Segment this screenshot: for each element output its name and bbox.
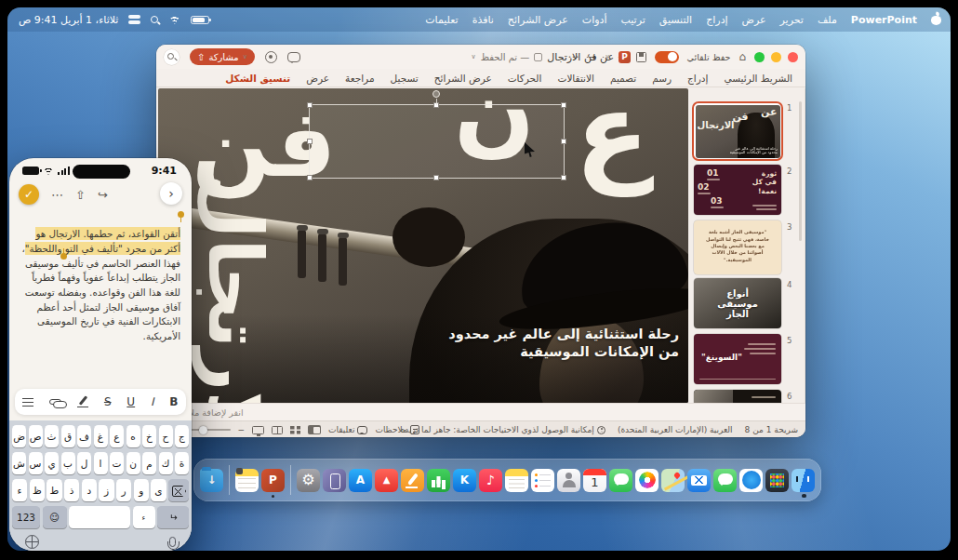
search-icon[interactable] <box>164 49 180 65</box>
resize-handle[interactable] <box>307 175 313 180</box>
resize-handle[interactable] <box>561 175 566 180</box>
selected-textbox[interactable] <box>309 104 565 179</box>
minimized-notes-window[interactable] <box>235 469 259 492</box>
keyboard-key[interactable]: ط <box>47 479 61 501</box>
menu-item[interactable]: تحرير <box>780 14 804 26</box>
resize-handle[interactable] <box>307 139 313 144</box>
pages-app[interactable] <box>401 469 424 492</box>
keyboard-key[interactable]: ج <box>175 425 189 447</box>
keyboard-key[interactable]: ك <box>159 452 173 474</box>
menu-item[interactable]: إدراج <box>706 14 727 26</box>
ribbon-tab[interactable]: عرض الشرائح <box>434 73 492 84</box>
ribbon-tab[interactable]: تصميم <box>610 73 636 84</box>
done-check-button[interactable]: ✓ <box>19 184 39 205</box>
dictation-mic-key[interactable] <box>169 537 176 547</box>
ribbon-tab[interactable]: إدراج <box>687 73 708 84</box>
keyboard-key[interactable]: ن <box>126 452 140 474</box>
thumbnail-slide-3[interactable]: "موسيقى الجاز أشبه بلغة خاصة، فهي تتيح ل… <box>694 220 781 274</box>
keyboard-key[interactable]: ي <box>45 452 59 474</box>
menu-item[interactable]: عرض الشرائح <box>508 14 568 26</box>
powerpoint-app[interactable]: P <box>261 469 285 492</box>
normal-view-icon-selected[interactable] <box>308 425 321 434</box>
keyboard-key[interactable]: ل <box>77 452 91 474</box>
thumbnail-slide-4[interactable]: أنواعموسيقىالجاز <box>694 278 781 328</box>
ribbon-tab[interactable]: الانتقالات <box>558 73 594 84</box>
slide-caption[interactable]: رحلة استثنائية إلى عالم غير محدود من الإ… <box>409 326 679 361</box>
home-icon[interactable]: ⌂ <box>738 51 746 62</box>
reminders-app[interactable] <box>531 469 554 492</box>
list-icon[interactable] <box>22 398 33 407</box>
underline-button[interactable]: U <box>126 395 135 408</box>
ribbon-tab[interactable]: عرض <box>306 73 329 84</box>
slide-title-letters-rotated[interactable]: الارتجال <box>197 174 272 403</box>
keyboard-key[interactable]: د <box>82 479 97 501</box>
spotlight-icon[interactable] <box>151 16 158 23</box>
menu-item[interactable]: التنسيق <box>659 14 692 26</box>
menu-item[interactable]: نافذة <box>472 14 494 26</box>
keyboard-key[interactable]: ذ <box>64 479 79 501</box>
title-chevron-icon[interactable]: ∨ <box>472 53 476 60</box>
link-icon[interactable] <box>49 399 61 405</box>
safari-app[interactable] <box>739 469 763 492</box>
menu-item[interactable]: تعليمات <box>425 14 458 26</box>
ribbon-tab[interactable]: الشريط الرئيسي <box>724 73 792 84</box>
keyboard-key[interactable]: ء <box>12 479 27 501</box>
comments-toggle[interactable]: تعليقات <box>328 425 367 434</box>
note-paragraph[interactable]: أتقن القواعد، ثم حطمها. الارتجال هو أكثر… <box>19 227 180 343</box>
control-center-icon[interactable] <box>128 15 140 24</box>
rocket-app[interactable]: ▲ <box>375 469 398 492</box>
keyboard-key[interactable]: ق <box>61 425 75 447</box>
language-indicator[interactable]: العربية (الإمارات العربية المتحدة) <box>618 425 733 434</box>
keyboard-key[interactable]: ح <box>159 425 173 447</box>
keyboard-key[interactable]: ر <box>116 479 131 501</box>
keyboard-key[interactable]: ى <box>151 479 166 501</box>
reading-view-icon[interactable] <box>272 426 283 434</box>
keyboard-key[interactable]: ب <box>61 452 75 474</box>
messages-app[interactable] <box>713 469 737 492</box>
thumbnail-slide-1-selected[interactable]: عن فن الارتجال رحلة استثنائية إلى عالم غ… <box>692 101 783 161</box>
thumbnail-slide-2[interactable]: ثورةفي كلنغمة! 01 02 03 <box>694 165 781 215</box>
redo-icon[interactable]: ↪ <box>98 188 108 202</box>
camera-record-icon[interactable] <box>265 51 277 63</box>
space-key[interactable] <box>69 506 130 528</box>
share-button[interactable]: ∨ مشاركة ⇧ <box>190 48 255 65</box>
rotate-handle[interactable] <box>432 90 440 98</box>
maps-app[interactable] <box>661 469 685 492</box>
keyboard-key[interactable]: ز <box>99 479 113 501</box>
keyboard-key[interactable]: س <box>29 452 43 474</box>
menu-item[interactable]: عرض <box>742 14 766 26</box>
save-icon[interactable] <box>636 52 646 62</box>
forward-button[interactable]: › <box>160 182 182 205</box>
accessibility-status[interactable]: إمكانية الوصول لذوي الاحتياجات الخاصة: ج… <box>401 425 605 434</box>
battery-icon[interactable] <box>191 16 209 24</box>
numbers-key[interactable]: 123 <box>12 506 40 528</box>
paragraph-rest[interactable]: ، فهذا العنصر الحاسم في تأليف موسيقى الج… <box>21 243 180 341</box>
globe-key[interactable] <box>25 535 39 549</box>
keyboard-key[interactable]: ع <box>110 425 124 447</box>
app-store-app[interactable]: A <box>349 469 372 492</box>
resize-handle[interactable] <box>561 102 566 108</box>
notes-area[interactable]: انقر لإضافة ملاحظات <box>156 403 805 420</box>
keyboard-key[interactable]: م <box>142 452 156 474</box>
highlighter-icon[interactable] <box>77 396 88 407</box>
menu-item[interactable]: ترتيب <box>620 14 645 26</box>
apple-menu-icon[interactable] <box>931 14 941 25</box>
close-window-button[interactable] <box>788 52 798 62</box>
menu-app-name[interactable]: PowerPoint <box>851 14 917 26</box>
iphone-mirroring-app[interactable] <box>323 469 346 492</box>
settings-app[interactable]: ⚙ <box>297 469 320 492</box>
keyboard-key[interactable]: ص <box>29 425 43 447</box>
ribbon-tab[interactable]: مراجعة <box>345 73 375 84</box>
photos-app[interactable] <box>635 469 659 492</box>
keyboard-key[interactable]: ش <box>12 452 26 474</box>
emoji-key[interactable]: ☺ <box>43 506 67 528</box>
dock-divider[interactable] <box>229 465 230 495</box>
resize-handle[interactable] <box>433 175 439 180</box>
keyboard-key[interactable]: ف <box>77 425 91 447</box>
return-key[interactable]: ↵ <box>157 506 189 528</box>
keyboard-key[interactable]: ا <box>94 452 108 474</box>
music-app[interactable]: ♪ <box>479 469 502 492</box>
finder-app[interactable] <box>792 469 815 492</box>
slide-title-letter[interactable]: ع <box>575 88 650 187</box>
mail-app[interactable] <box>687 469 711 492</box>
